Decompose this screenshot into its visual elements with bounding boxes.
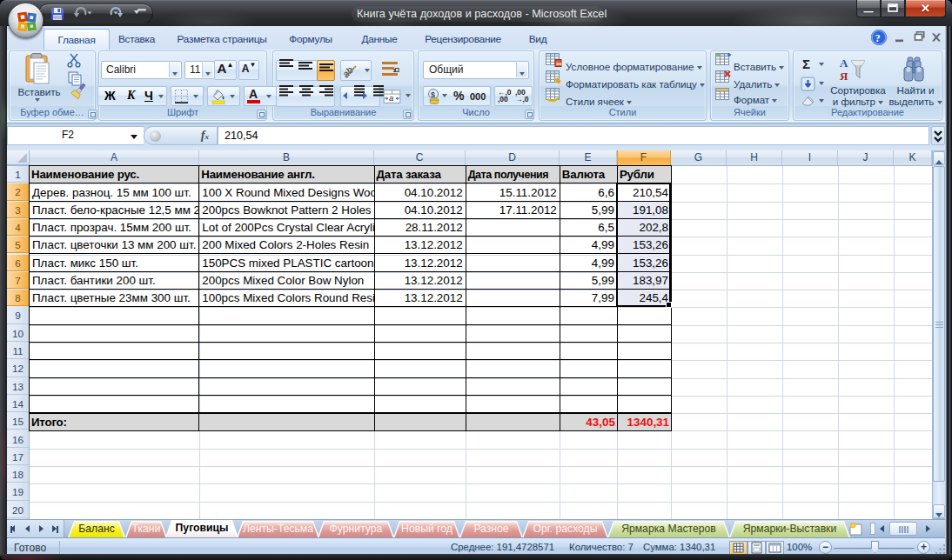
svg-text:a: a <box>389 94 393 103</box>
svg-text:?: ? <box>875 32 881 44</box>
svg-text:А: А <box>840 57 848 70</box>
svg-text:$: $ <box>431 90 435 99</box>
svg-text:ab: ab <box>343 64 355 79</box>
svg-text:Я: Я <box>840 70 848 83</box>
svg-text:ss: ss <box>556 61 562 66</box>
